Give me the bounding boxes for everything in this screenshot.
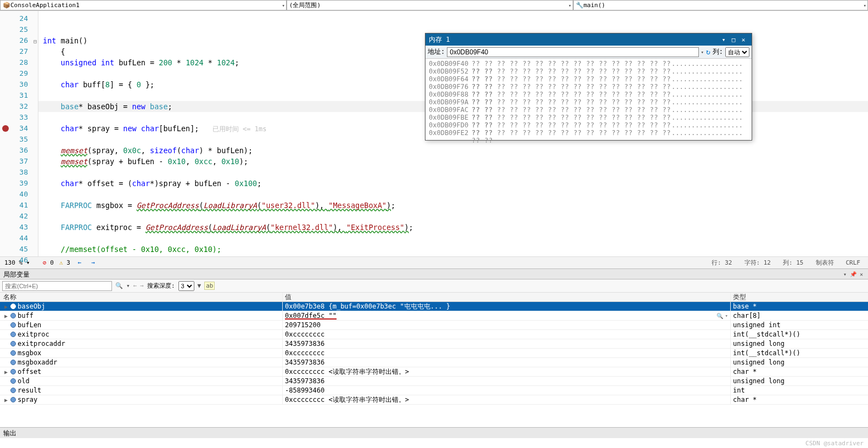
search-depth-select[interactable]: 3 [178, 281, 194, 291]
scope-dropdown-left[interactable]: 📦 ConsoleApplication1▾ [0, 0, 287, 10]
locals-row[interactable]: ▶baseObj0x00e7b3e8 {m_buf=0x00e7b3ec "屯屯… [0, 302, 868, 311]
search-dropdown-icon[interactable]: ▾ [126, 282, 130, 289]
line-gutter: 2425262728293031323334353637383940414243… [0, 11, 38, 256]
chevron-down-icon: ▾ [568, 3, 571, 8]
locals-row[interactable]: old3435973836unsigned long [0, 377, 868, 386]
locals-grid[interactable]: 名称 值 类型 ▶baseObj0x00e7b3e8 {m_buf=0x00e7… [0, 293, 868, 405]
col-name[interactable]: 名称 [0, 293, 283, 301]
chevron-down-icon: ▾ [282, 3, 284, 8]
refresh-icon[interactable]: ↻ [706, 48, 710, 56]
locals-grid-header: 名称 值 类型 [0, 293, 868, 302]
memory-toolbar: 地址: ▾ ↻ 列: 自动 [425, 46, 752, 59]
address-label: 地址: [428, 47, 445, 57]
nav-back-icon[interactable]: ← [133, 282, 137, 289]
memory-address-input[interactable] [447, 47, 698, 57]
chevron-down-icon[interactable]: ▾ [701, 49, 704, 55]
nav-forward-icon[interactable]: → [140, 282, 144, 289]
panel-close-icon[interactable]: ✕ [858, 269, 865, 279]
locals-row[interactable]: result-858993460int [0, 386, 868, 395]
locals-search-bar: 🔍 ▾ ← → 搜索深度: 3 ▼ ab [0, 279, 868, 293]
output-panel-header[interactable]: 输出 [0, 427, 868, 438]
window-dropdown-icon[interactable]: ▾ [719, 36, 729, 43]
memory-hex-view[interactable]: 0x0DB09F40?? ?? ?? ?? ?? ?? ?? ?? ?? ?? … [425, 59, 752, 140]
locals-row[interactable]: exitprocaddr3435973836unsigned long [0, 339, 868, 349]
columns-label: 列: [713, 47, 723, 57]
chevron-down-icon: ▾ [864, 3, 866, 8]
memory-title-bar[interactable]: 内存 1 ▾ □ ✕ [425, 33, 752, 46]
filter-icon[interactable]: ▼ [198, 282, 201, 289]
panel-dropdown-icon[interactable]: ▾ [842, 269, 848, 279]
col-value[interactable]: 值 [283, 293, 731, 301]
locals-search-input[interactable] [2, 281, 112, 291]
highlight-icon[interactable]: ab [204, 282, 215, 290]
memory-title-text: 内存 1 [429, 35, 450, 44]
locals-panel-header[interactable]: 局部变量 ▾ 📌 ✕ [0, 268, 868, 279]
locals-row[interactable]: msgboxaddr3435973836unsigned long [0, 358, 868, 367]
scope-dropdown-mid[interactable]: (全局范围)▾ [287, 0, 573, 10]
search-depth-label: 搜索深度: [147, 282, 175, 290]
locals-row[interactable]: ▶buff0x007dfe5c ""🔍▾char[8] [0, 311, 868, 321]
locals-row[interactable]: ▶spray0xcccccccc <读取字符串字符时出错。>char * [0, 395, 868, 405]
locals-row[interactable]: ▶offset0xcccccccc <读取字符串字符时出错。>char * [0, 367, 868, 377]
columns-select[interactable]: 自动 [725, 47, 749, 57]
context-dropdown-bar: 📦 ConsoleApplication1▾ (全局范围)▾ 🔧 main()▾ [0, 0, 868, 11]
watermark: CSDN @satadriver [805, 440, 864, 447]
panel-pin-icon[interactable]: 📌 [848, 269, 858, 279]
scope-dropdown-right[interactable]: 🔧 main()▾ [573, 0, 868, 10]
window-close-icon[interactable]: ✕ [738, 36, 748, 43]
code-editor[interactable]: 2425262728293031323334353637383940414243… [0, 11, 868, 256]
locals-row[interactable]: exitproc0xccccccccint(__stdcall*)() [0, 330, 868, 339]
locals-row[interactable]: msgbox0xccccccccint(__stdcall*)() [0, 349, 868, 358]
locals-row[interactable]: bufLen209715200unsigned int [0, 321, 868, 330]
col-type[interactable]: 类型 [731, 293, 868, 301]
window-maximize-icon[interactable]: □ [729, 36, 738, 43]
locals-title: 局部变量 [3, 269, 30, 279]
search-icon[interactable]: 🔍 [115, 282, 123, 289]
memory-panel[interactable]: 内存 1 ▾ □ ✕ 地址: ▾ ↻ 列: 自动 0x0DB09F40?? ??… [425, 33, 752, 141]
